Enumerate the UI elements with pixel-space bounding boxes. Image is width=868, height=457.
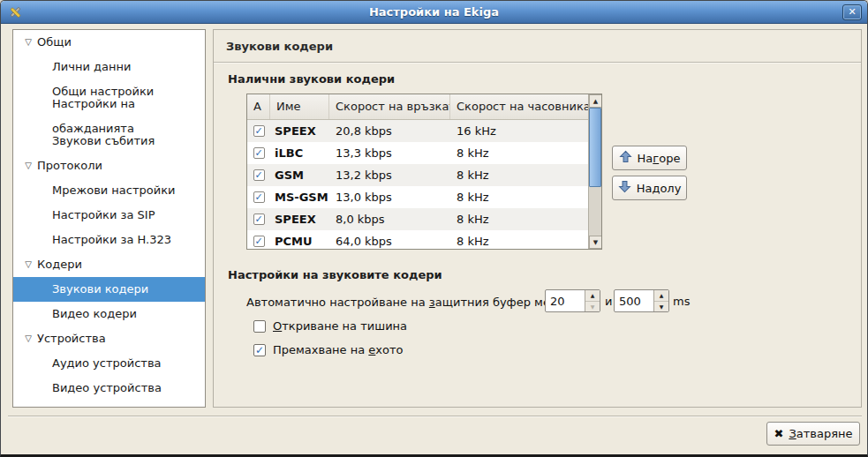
echo-cancellation-row: ✓ Премахване на ехото — [253, 343, 404, 356]
sidebar-item-audio-devices[interactable]: Аудио устройства — [13, 351, 205, 376]
available-codecs-label: Налични звукови кодери — [228, 72, 395, 86]
window-close-button[interactable]: ✕ — [842, 4, 862, 20]
sidebar-item-network-settings[interactable]: Мрежови настройки — [13, 178, 205, 203]
expander-icon[interactable]: ▽ — [20, 30, 36, 55]
sidebar-group-codecs[interactable]: ▽ Кодери — [13, 252, 205, 277]
jitter-max-input[interactable] — [615, 290, 653, 311]
echo-cancellation-label: Премахване на ехото — [273, 343, 404, 356]
move-up-button[interactable]: Нагоре — [612, 146, 687, 170]
spin-down-icon: ▼ — [591, 303, 595, 310]
table-row[interactable]: ✓ MS-GSM 13,0 kbps 8 kHz — [247, 186, 590, 208]
title-separator — [214, 62, 861, 64]
codec-checkbox[interactable]: ✓ — [253, 236, 265, 247]
table-row[interactable]: ✓ iLBC 13,3 kbps 8 kHz — [247, 142, 590, 164]
spin-up-icon: ▲ — [660, 292, 664, 298]
silence-detection-label: Откриване на тишина — [273, 319, 407, 333]
spin-up-button[interactable]: ▲ — [585, 290, 600, 301]
down-arrow-icon — [618, 180, 631, 196]
preferences-window: Настройки на Ekiga ✕ ▽ Общи Лични данни … — [0, 0, 868, 457]
spin-up-button[interactable]: ▲ — [654, 290, 668, 301]
move-up-label: Нагоре — [638, 152, 681, 165]
sidebar-item-audio-codecs[interactable]: Звукови кодери — [13, 277, 205, 302]
sidebar-group-protocols[interactable]: ▽ Протоколи — [13, 154, 205, 178]
up-arrow-icon — [619, 150, 632, 166]
sidebar-group-devices[interactable]: ▽ Устройства — [13, 326, 205, 351]
sidebar-group-general[interactable]: ▽ Общи — [13, 30, 205, 55]
column-header-name[interactable]: Име — [270, 94, 329, 119]
codec-table: A Име Скорост на връзката Скорост на час… — [246, 94, 602, 250]
codec-checkbox[interactable]: ✓ — [253, 169, 265, 181]
sidebar-item-video-codecs[interactable]: Видео кодери — [13, 302, 205, 326]
move-down-button[interactable]: Надолу — [612, 176, 687, 200]
column-header-clockrate[interactable]: Скорост на часовника — [450, 94, 590, 119]
expander-icon[interactable]: ▽ — [20, 252, 36, 277]
codec-checkbox[interactable]: ✓ — [253, 191, 265, 203]
spin-up-icon: ▲ — [591, 292, 595, 298]
jitter-min-spinner: ▲ ▼ — [545, 289, 600, 312]
table-scrollbar[interactable]: ▲ ▼ — [588, 94, 601, 249]
silence-detection-checkbox[interactable] — [253, 320, 266, 333]
silence-detection-row: Откриване на тишина — [253, 319, 407, 333]
jitter-max-spinner: ▲ ▼ — [614, 289, 669, 312]
move-down-label: Надолу — [637, 182, 682, 195]
jitter-conjunction: и — [605, 295, 612, 308]
codec-checkbox[interactable]: ✓ — [253, 214, 265, 225]
titlebar[interactable]: Настройки на Ekiga ✕ — [1, 1, 867, 24]
main-panel: Звукови кодери Налични звукови кодери A … — [213, 29, 862, 408]
codec-checkbox[interactable]: ✓ — [253, 147, 265, 159]
scroll-down-icon: ▼ — [593, 239, 598, 246]
tools-icon — [7, 4, 23, 20]
sidebar-item-video-devices[interactable]: Видео устройства — [13, 376, 205, 401]
codec-table-header: A Име Скорост на връзката Скорост на час… — [247, 94, 601, 120]
footer-separator — [8, 416, 862, 417]
expander-icon[interactable]: ▽ — [20, 154, 36, 178]
sidebar-item-sip-settings[interactable]: Настройки за SIP — [13, 203, 205, 228]
echo-cancellation-checkbox[interactable]: ✓ — [253, 344, 266, 356]
scroll-up-icon: ▲ — [593, 98, 598, 105]
close-icon: ✕ — [848, 6, 856, 18]
close-x-icon: ✖ — [774, 427, 784, 440]
sidebar-item-call-options[interactable]: Настройки на обажданията — [13, 104, 205, 129]
expander-icon[interactable]: ▽ — [20, 326, 36, 351]
window-title: Настройки на Ekiga — [1, 5, 867, 19]
close-button[interactable]: ✖ Затваряне — [766, 422, 860, 446]
table-row[interactable]: ✓ PCMU 64,0 kbps 8 kHz — [247, 230, 590, 250]
table-row[interactable]: ✓ SPEEX 8,0 kbps 8 kHz — [247, 208, 590, 230]
table-row[interactable]: ✓ GSM 13,2 kbps 8 kHz — [247, 164, 590, 186]
spin-down-button[interactable]: ▼ — [654, 301, 668, 311]
column-header-bandwidth[interactable]: Скорост на връзката — [329, 94, 450, 119]
page-title: Звукови кодери — [226, 40, 333, 53]
spin-down-icon: ▼ — [660, 303, 664, 310]
scroll-down-button[interactable]: ▼ — [589, 236, 602, 249]
jitter-unit-label: ms — [673, 295, 690, 308]
scrollbar-thumb[interactable] — [589, 108, 601, 187]
scroll-up-button[interactable]: ▲ — [589, 94, 602, 108]
column-header-active[interactable]: A — [247, 94, 270, 119]
close-button-label: Затваряне — [789, 427, 852, 440]
jitter-min-input[interactable] — [546, 290, 585, 311]
jitter-buffer-label: Автоматично настройване на защитния буфе… — [246, 296, 575, 309]
sidebar-item-personal-data[interactable]: Лични данни — [13, 55, 205, 79]
codec-checkbox[interactable]: ✓ — [253, 125, 265, 137]
table-row[interactable]: ✓ SPEEX 20,8 kbps 16 kHz — [247, 120, 590, 142]
codec-settings-label: Настройки на звуковите кодери — [228, 268, 442, 281]
sidebar-tree: ▽ Общи Лични данни Общи настройки Настро… — [12, 29, 206, 408]
spin-down-button[interactable]: ▼ — [585, 301, 600, 311]
sidebar-item-h323-settings[interactable]: Настройки за H.323 — [13, 228, 205, 252]
